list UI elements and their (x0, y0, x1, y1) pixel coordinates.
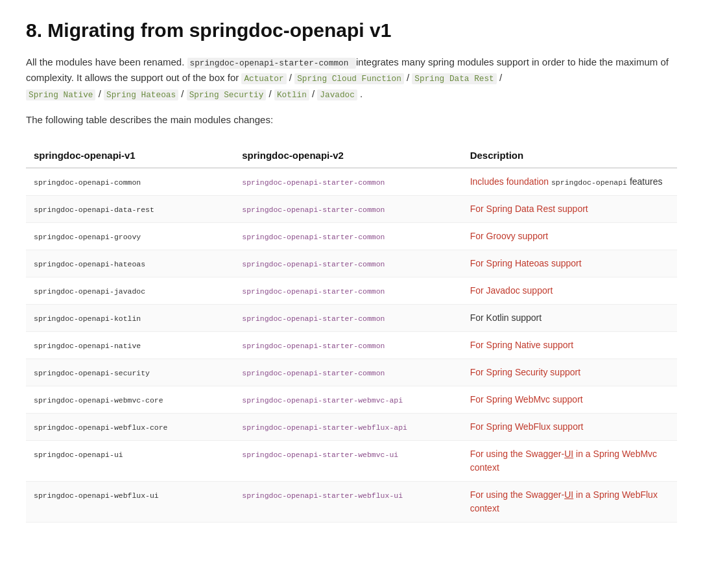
desc-before: For using the Swagger- (470, 449, 565, 459)
table-row: springdoc-openapi-javadocspringdoc-opena… (26, 277, 677, 305)
cell-v2: springdoc-openapi-starter-webflux-api (234, 414, 462, 441)
v1-artifact: springdoc-openapi-groovy (34, 233, 141, 241)
v1-artifact: springdoc-openapi-hateoas (34, 260, 145, 268)
v2-artifact: springdoc-openapi-starter-common (242, 342, 385, 350)
table-row: springdoc-openapi-nativespringdoc-openap… (26, 332, 677, 359)
desc-link: For Spring Data Rest support (470, 204, 588, 214)
col-header-desc: Description (462, 143, 677, 168)
cell-desc: Includes foundation springdoc-openapi fe… (462, 168, 677, 196)
cell-v1: springdoc-openapi-groovy (26, 223, 234, 250)
desc-swagger-link[interactable]: UI (564, 489, 573, 500)
cell-v1: springdoc-openapi-kotlin (26, 305, 234, 332)
sep1: / (289, 72, 294, 83)
cell-v1: springdoc-openapi-javadoc (26, 277, 234, 305)
v2-artifact: springdoc-openapi-starter-common (242, 314, 385, 323)
cell-desc: For using the Swagger-UI in a Spring Web… (462, 482, 677, 523)
keyword-spring-securtiy: Spring Securtiy (187, 89, 267, 100)
keyword-spring-hateoas: Spring Hateoas (104, 89, 178, 100)
cell-desc: For Groovy support (462, 223, 677, 250)
cell-desc: For Spring WebMvc support (462, 386, 677, 414)
cell-v2: springdoc-openapi-starter-common (234, 277, 462, 305)
v2-artifact: springdoc-openapi-starter-common (242, 233, 385, 241)
keyword-javadoc: Javadoc (317, 89, 357, 100)
cell-v1: springdoc-openapi-webflux-core (26, 414, 234, 441)
col-header-v2: springdoc-openapi-v2 (234, 143, 462, 168)
v1-artifact: springdoc-openapi-webflux-core (34, 423, 167, 432)
keyword-spring-native: Spring Native (26, 89, 95, 100)
table-row: springdoc-openapi-webmvc-corespringdoc-o… (26, 386, 677, 414)
keyword-actuator: Actuator (241, 73, 286, 84)
cell-v1: springdoc-openapi-webflux-ui (26, 482, 234, 523)
desc-link: For Spring WebFlux support (470, 421, 584, 432)
v1-artifact: springdoc-openapi-kotlin (34, 314, 141, 323)
cell-v2: springdoc-openapi-starter-webflux-ui (234, 482, 462, 523)
desc-text-before: Includes foundation (470, 176, 551, 187)
intro-code: springdoc-openapi-starter-common (187, 58, 357, 69)
v2-artifact: springdoc-openapi-starter-webflux-api (242, 423, 407, 432)
desc-swagger-link[interactable]: UI (564, 449, 573, 459)
table-row: springdoc-openapi-commonspringdoc-openap… (26, 168, 677, 196)
table-row: springdoc-openapi-securityspringdoc-open… (26, 359, 677, 386)
intro-before-code: All the modules have been renamed. (26, 56, 184, 67)
cell-desc: For using the Swagger-UI in a Spring Web… (462, 441, 677, 482)
v1-artifact: springdoc-openapi-ui (34, 451, 123, 459)
keyword-spring-cloud-function: Spring Cloud Function (294, 73, 404, 84)
cell-v2: springdoc-openapi-starter-common (234, 196, 462, 223)
migration-table: springdoc-openapi-v1 springdoc-openapi-v… (26, 143, 677, 523)
table-description: The following table describes the main m… (26, 112, 677, 128)
end-punct: . (360, 88, 363, 99)
cell-desc: For Spring Native support (462, 332, 677, 359)
cell-v1: springdoc-openapi-hateoas (26, 250, 234, 277)
cell-desc: For Kotlin support (462, 305, 677, 332)
v2-artifact: springdoc-openapi-starter-webflux-ui (242, 491, 403, 500)
v1-artifact: springdoc-openapi-data-rest (34, 206, 154, 214)
cell-v1: springdoc-openapi-security (26, 359, 234, 386)
col-header-v1: springdoc-openapi-v1 (26, 143, 234, 168)
intro-paragraph: All the modules have been renamed. sprin… (26, 54, 677, 102)
v1-artifact: springdoc-openapi-webmvc-core (34, 396, 163, 405)
v1-artifact: springdoc-openapi-webflux-ui (34, 491, 159, 500)
cell-v2: springdoc-openapi-starter-webmvc-api (234, 386, 462, 414)
cell-v1: springdoc-openapi-native (26, 332, 234, 359)
sep4: / (99, 88, 104, 99)
cell-desc: For Spring Security support (462, 359, 677, 386)
desc-text-after: features (627, 176, 662, 187)
v2-artifact: springdoc-openapi-starter-webmvc-ui (242, 451, 398, 459)
cell-v1: springdoc-openapi-ui (26, 441, 234, 482)
v1-artifact: springdoc-openapi-common (34, 178, 141, 187)
desc-link: For Groovy support (470, 231, 549, 241)
desc-link: For Spring WebMvc support (470, 394, 583, 405)
cell-desc: For Spring WebFlux support (462, 414, 677, 441)
v2-artifact: springdoc-openapi-starter-webmvc-api (242, 396, 403, 405)
keyword-spring-data-rest: Spring Data Rest (412, 73, 496, 84)
desc-link: For Spring Hateoas support (470, 258, 582, 268)
cell-desc: For Spring Hateoas support (462, 250, 677, 277)
v2-artifact: springdoc-openapi-starter-common (242, 369, 385, 377)
desc-code: springdoc-openapi (551, 178, 627, 187)
table-row: springdoc-openapi-uispringdoc-openapi-st… (26, 441, 677, 482)
v2-artifact: springdoc-openapi-starter-common (242, 260, 385, 268)
cell-desc: For Javadoc support (462, 277, 677, 305)
v1-artifact: springdoc-openapi-javadoc (34, 287, 145, 296)
page-title: 8. Migrating from springdoc-openapi v1 (26, 19, 677, 41)
cell-v2: springdoc-openapi-starter-common (234, 223, 462, 250)
table-row: springdoc-openapi-groovyspringdoc-openap… (26, 223, 677, 250)
cell-v1: springdoc-openapi-common (26, 168, 234, 196)
desc-link: For Spring Security support (470, 367, 580, 377)
cell-v2: springdoc-openapi-starter-common (234, 359, 462, 386)
table-row: springdoc-openapi-kotlinspringdoc-openap… (26, 305, 677, 332)
table-row: springdoc-openapi-webflux-corespringdoc-… (26, 414, 677, 441)
cell-v2: springdoc-openapi-starter-common (234, 305, 462, 332)
desc-normal: For Kotlin support (470, 312, 542, 323)
desc-link: For Spring Native support (470, 340, 574, 350)
desc-link: For Javadoc support (470, 285, 553, 296)
cell-v1: springdoc-openapi-data-rest (26, 196, 234, 223)
v2-artifact: springdoc-openapi-starter-common (242, 206, 385, 214)
sep3: / (499, 72, 502, 83)
cell-desc: For Spring Data Rest support (462, 196, 677, 223)
v2-artifact: springdoc-openapi-starter-common (242, 178, 385, 187)
v1-artifact: springdoc-openapi-security (34, 369, 150, 377)
v2-artifact: springdoc-openapi-starter-common (242, 287, 385, 296)
table-row: springdoc-openapi-data-restspringdoc-ope… (26, 196, 677, 223)
sep6: / (269, 88, 274, 99)
